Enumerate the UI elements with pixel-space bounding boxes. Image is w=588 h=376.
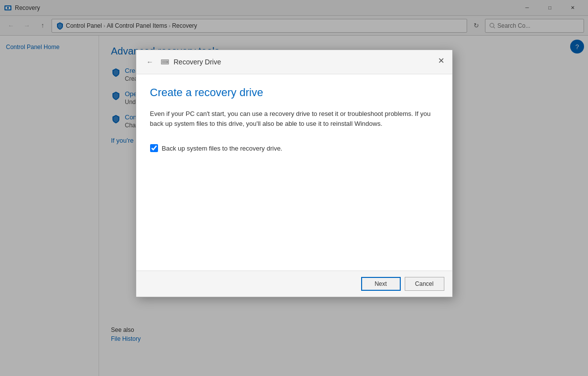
modal-body: Create a recovery drive Even if your PC …: [136, 74, 452, 270]
modal-overlay: ← Recovery Drive ✕ Create a recovery dri…: [0, 0, 588, 376]
modal-description: Even if your PC can't start, you can use…: [150, 109, 438, 130]
modal-close-button[interactable]: ✕: [434, 54, 448, 68]
checkbox-label: Back up system files to the recovery dri…: [162, 145, 282, 152]
checkbox-area: Back up system files to the recovery dri…: [150, 144, 438, 152]
modal-back-button[interactable]: ←: [144, 56, 156, 68]
backup-checkbox[interactable]: [150, 144, 158, 152]
modal-header: ← Recovery Drive ✕: [136, 50, 452, 74]
cancel-button[interactable]: Cancel: [405, 277, 444, 291]
modal-footer: Next Cancel: [136, 270, 452, 297]
drive-icon: [160, 57, 170, 67]
recovery-drive-modal: ← Recovery Drive ✕ Create a recovery dri…: [136, 50, 453, 297]
modal-body-title: Create a recovery drive: [150, 86, 438, 99]
modal-header-title: Recovery Drive: [174, 58, 221, 66]
next-button[interactable]: Next: [361, 277, 401, 291]
svg-point-8: [166, 61, 168, 62]
